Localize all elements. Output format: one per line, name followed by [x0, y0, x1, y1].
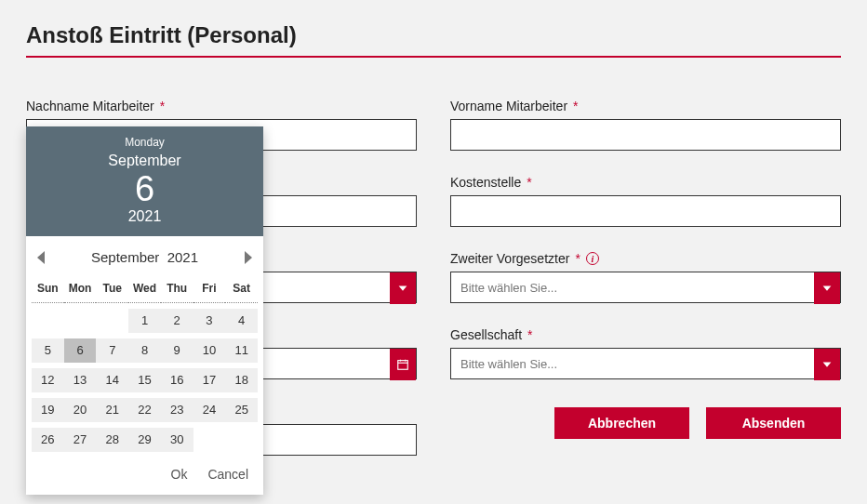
datepicker-ok[interactable]: Ok — [171, 467, 188, 482]
submit-button[interactable]: Absenden — [706, 407, 841, 439]
gesellschaft-label: Gesellschaft * — [450, 327, 841, 342]
calendar-day[interactable]: 2 — [161, 309, 193, 333]
calendar-day — [96, 309, 128, 333]
page-title: Anstoß Eintritt (Personal) — [26, 22, 841, 58]
required-mark: * — [527, 327, 532, 342]
calendar-day[interactable]: 13 — [64, 368, 97, 392]
next-month-button[interactable] — [245, 251, 252, 264]
dow-header: Wed — [128, 276, 161, 303]
nachname-label: Nachname Mitarbeiter * — [26, 99, 417, 113]
required-mark: * — [160, 99, 165, 113]
chevron-down-icon — [814, 272, 840, 304]
datepicker-cancel[interactable]: Cancel — [207, 467, 248, 482]
svg-rect-0 — [398, 361, 408, 370]
calendar-day[interactable]: 10 — [193, 338, 226, 363]
calendar-day[interactable]: 11 — [225, 338, 258, 363]
datepicker-month: September — [26, 153, 263, 169]
calendar-day — [225, 428, 258, 452]
calendar-day[interactable]: 18 — [225, 368, 258, 392]
gesellschaft-select[interactable]: Bitte wählen Sie... — [450, 348, 841, 379]
info-icon[interactable]: i — [586, 252, 599, 265]
calendar-day[interactable]: 20 — [64, 398, 97, 422]
cancel-button[interactable]: Abbrechen — [554, 407, 689, 439]
datepicker-year: 2021 — [26, 208, 263, 225]
calendar-day[interactable]: 5 — [32, 338, 64, 363]
calendar-day[interactable]: 6 — [64, 338, 97, 363]
calendar-day[interactable]: 25 — [225, 398, 258, 422]
calendar-icon[interactable] — [390, 349, 416, 380]
calendar-day[interactable]: 3 — [193, 309, 226, 333]
kostenstelle-label: Kostenstelle * — [450, 175, 841, 190]
dow-header: Sun — [32, 276, 64, 303]
calendar-day[interactable]: 22 — [128, 398, 161, 422]
nav-month-year[interactable]: September 2021 — [91, 249, 198, 265]
calendar-day — [32, 309, 64, 333]
dow-header: Tue — [96, 276, 128, 303]
calendar-day[interactable]: 17 — [193, 368, 226, 392]
kostenstelle-input[interactable] — [450, 195, 841, 227]
calendar-day[interactable]: 23 — [161, 398, 193, 422]
calendar-day[interactable]: 27 — [64, 428, 97, 452]
calendar-day[interactable]: 4 — [225, 309, 258, 333]
calendar-day — [193, 428, 226, 452]
calendar-day[interactable]: 12 — [32, 368, 64, 392]
dow-header: Mon — [64, 276, 97, 303]
required-mark: * — [575, 251, 580, 266]
calendar-day[interactable]: 1 — [128, 309, 161, 333]
calendar-day[interactable]: 7 — [96, 338, 128, 363]
prev-month-button[interactable] — [37, 251, 45, 264]
calendar-day[interactable]: 21 — [96, 398, 128, 422]
vorname-input[interactable] — [450, 119, 841, 151]
calendar-day[interactable]: 19 — [32, 398, 64, 422]
calendar-day[interactable]: 14 — [96, 368, 128, 392]
calendar-day[interactable]: 29 — [128, 428, 161, 452]
zweiter-select[interactable]: Bitte wählen Sie... — [450, 272, 841, 303]
calendar-day[interactable]: 15 — [128, 368, 161, 392]
chevron-down-icon — [814, 349, 840, 380]
calendar-day — [64, 309, 97, 333]
datepicker-header: Monday September 6 2021 — [26, 126, 263, 236]
chevron-down-icon — [390, 272, 416, 304]
calendar-day[interactable]: 30 — [161, 428, 193, 452]
datepicker-weekday: Monday — [26, 136, 263, 149]
date-picker: Monday September 6 2021 September 2021 S… — [26, 126, 263, 495]
calendar-day[interactable]: 26 — [32, 428, 64, 452]
datepicker-day: 6 — [26, 171, 263, 206]
zweiter-label: Zweiter Vorgesetzter * i — [450, 251, 841, 266]
dow-header: Fri — [193, 276, 226, 303]
calendar-day[interactable]: 9 — [161, 338, 193, 363]
calendar-day[interactable]: 24 — [193, 398, 226, 422]
dow-header: Thu — [161, 276, 193, 303]
calendar-day[interactable]: 16 — [161, 368, 193, 392]
vorname-label: Vorname Mitarbeiter * — [450, 99, 841, 113]
dow-header: Sat — [225, 276, 258, 303]
calendar-day[interactable]: 8 — [128, 338, 161, 363]
required-mark: * — [527, 175, 531, 190]
required-mark: * — [573, 99, 578, 113]
calendar-day[interactable]: 28 — [96, 428, 128, 452]
